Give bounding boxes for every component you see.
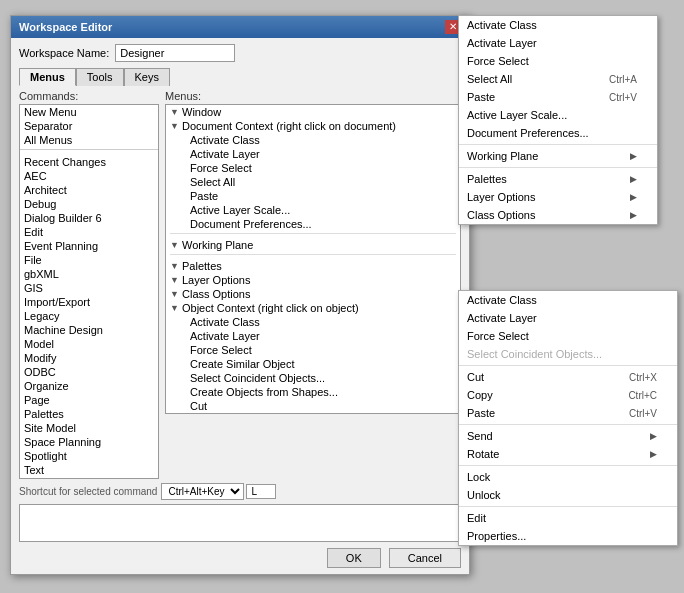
context-menu-item[interactable]: Edit — [459, 509, 677, 527]
command-list-item[interactable]: Tools — [20, 477, 158, 479]
tree-expand-icon[interactable]: ▼ — [170, 261, 182, 271]
tree-item[interactable]: Force Select — [166, 161, 460, 175]
command-list-item[interactable]: Architect — [20, 183, 158, 197]
tree-item[interactable]: Activate Layer — [166, 329, 460, 343]
tree-item-label: Force Select — [190, 344, 252, 356]
tree-expand-icon[interactable]: ▼ — [170, 240, 182, 250]
tree-item[interactable]: Copy — [166, 413, 460, 414]
command-list-item[interactable]: Spotlight — [20, 449, 158, 463]
tree-item[interactable]: ▼Class Options — [166, 287, 460, 301]
tree-item[interactable]: Activate Layer — [166, 147, 460, 161]
commands-list[interactable]: New MenuSeparatorAll MenusRecent Changes… — [19, 104, 159, 479]
command-list-item[interactable]: Import/Export — [20, 295, 158, 309]
tree-item[interactable]: ▼Document Context (right click on docume… — [166, 119, 460, 133]
tree-expand-icon[interactable]: ▼ — [170, 303, 182, 313]
command-list-item[interactable]: New Menu — [20, 105, 158, 119]
context-menu-item[interactable]: Properties... — [459, 527, 677, 545]
tree-item[interactable]: ▼Palettes — [166, 259, 460, 273]
tree-item[interactable]: ▼Layer Options — [166, 273, 460, 287]
command-list-item[interactable]: Event Planning — [20, 239, 158, 253]
tree-item-label: Class Options — [182, 288, 250, 300]
command-list-item[interactable]: Palettes — [20, 407, 158, 421]
tree-expand-icon[interactable]: ▼ — [170, 289, 182, 299]
tab-keys[interactable]: Keys — [124, 68, 170, 86]
tree-item[interactable]: Select Coincident Objects... — [166, 371, 460, 385]
shortcut-combo-select[interactable]: Ctrl+Alt+Key — [161, 483, 244, 500]
context-menu-item[interactable]: Active Layer Scale... — [459, 106, 657, 124]
command-list-item[interactable]: Legacy — [20, 309, 158, 323]
context-menu-item[interactable]: PasteCtrl+V — [459, 404, 677, 422]
tree-item[interactable]: Select All — [166, 175, 460, 189]
command-list-item[interactable]: ODBC — [20, 365, 158, 379]
context-menu-item[interactable]: Send▶ — [459, 427, 677, 445]
tree-item[interactable]: ▼Window — [166, 105, 460, 119]
tab-tools[interactable]: Tools — [76, 68, 124, 86]
context-menu-shortcut: Ctrl+V — [609, 92, 637, 103]
context-menu-item[interactable]: Select AllCtrl+A — [459, 70, 657, 88]
tab-menus[interactable]: Menus — [19, 68, 76, 86]
tree-item[interactable]: Create Objects from Shapes... — [166, 385, 460, 399]
context-menu-item[interactable]: CutCtrl+X — [459, 368, 677, 386]
command-list-item[interactable]: All Menus — [20, 133, 158, 147]
cancel-button[interactable]: Cancel — [389, 548, 461, 568]
context-menu-item[interactable]: Select Coincident Objects... — [459, 345, 677, 363]
menus-tree[interactable]: ▼Window▼Document Context (right click on… — [165, 104, 461, 414]
tree-item[interactable]: Document Preferences... — [166, 217, 460, 231]
tree-item[interactable]: Active Layer Scale... — [166, 203, 460, 217]
shortcut-key-input[interactable] — [246, 484, 276, 499]
command-list-item[interactable]: Site Model — [20, 421, 158, 435]
command-list-item[interactable]: Recent Changes — [20, 155, 158, 169]
command-list-item[interactable]: gbXML — [20, 267, 158, 281]
command-list-item[interactable]: Debug — [20, 197, 158, 211]
tree-item[interactable]: Cut — [166, 399, 460, 413]
command-list-item[interactable]: Space Planning — [20, 435, 158, 449]
command-list-item[interactable]: GIS — [20, 281, 158, 295]
context-menu-item[interactable]: Activate Layer — [459, 309, 677, 327]
command-list-item[interactable]: Edit — [20, 225, 158, 239]
tree-item[interactable]: Force Select — [166, 343, 460, 357]
tree-expand-icon[interactable]: ▼ — [170, 275, 182, 285]
command-list-item[interactable]: File — [20, 253, 158, 267]
dialog-title: Workspace Editor — [19, 21, 112, 33]
context-menu-item[interactable]: Layer Options▶ — [459, 188, 657, 206]
context-menu-item[interactable]: Class Options▶ — [459, 206, 657, 224]
context-menu-item[interactable]: Rotate▶ — [459, 445, 677, 463]
context-menu-item[interactable]: Lock — [459, 468, 677, 486]
command-list-item[interactable]: Machine Design — [20, 323, 158, 337]
context-menu-item[interactable]: Palettes▶ — [459, 170, 657, 188]
command-list-item[interactable]: Page — [20, 393, 158, 407]
context-menu-item[interactable]: Document Preferences... — [459, 124, 657, 142]
tree-item[interactable]: Activate Class — [166, 133, 460, 147]
command-list-item[interactable]: Model — [20, 337, 158, 351]
tree-item[interactable]: Create Similar Object — [166, 357, 460, 371]
tree-item[interactable]: Activate Class — [166, 315, 460, 329]
context-menu-item[interactable]: Working Plane▶ — [459, 147, 657, 165]
context-menu-item[interactable]: CopyCtrl+C — [459, 386, 677, 404]
context-menu-item[interactable]: Activate Layer — [459, 34, 657, 52]
ok-button[interactable]: OK — [327, 548, 381, 568]
tree-expand-icon[interactable]: ▼ — [170, 121, 182, 131]
tree-expand-icon[interactable]: ▼ — [170, 107, 182, 117]
menu-separator — [459, 167, 657, 168]
workspace-name-input[interactable] — [115, 44, 235, 62]
command-list-item[interactable]: Modify — [20, 351, 158, 365]
tree-item[interactable]: ▼Object Context (right click on object) — [166, 301, 460, 315]
context-menu-item[interactable]: Activate Class — [459, 16, 657, 34]
tree-item[interactable]: ▼Working Plane — [166, 238, 460, 252]
command-list-item[interactable]: Separator — [20, 119, 158, 133]
tree-item-label: Activate Layer — [190, 148, 260, 160]
context-menu-item-label: Force Select — [467, 55, 529, 67]
context-menu-item-label: Unlock — [467, 489, 501, 501]
context-menu-item-label: Send — [467, 430, 493, 442]
command-list-item[interactable]: Text — [20, 463, 158, 477]
context-menu-item[interactable]: PasteCtrl+V — [459, 88, 657, 106]
context-menu-item[interactable]: Force Select — [459, 52, 657, 70]
context-menu-item[interactable]: Unlock — [459, 486, 677, 504]
command-list-item[interactable]: AEC — [20, 169, 158, 183]
command-list-item[interactable]: Dialog Builder 6 — [20, 211, 158, 225]
command-list-item[interactable]: Organize — [20, 379, 158, 393]
context-menu-item[interactable]: Activate Class — [459, 291, 677, 309]
context-menu-item[interactable]: Force Select — [459, 327, 677, 345]
command-list-item[interactable] — [20, 149, 158, 153]
tree-item[interactable]: Paste — [166, 189, 460, 203]
